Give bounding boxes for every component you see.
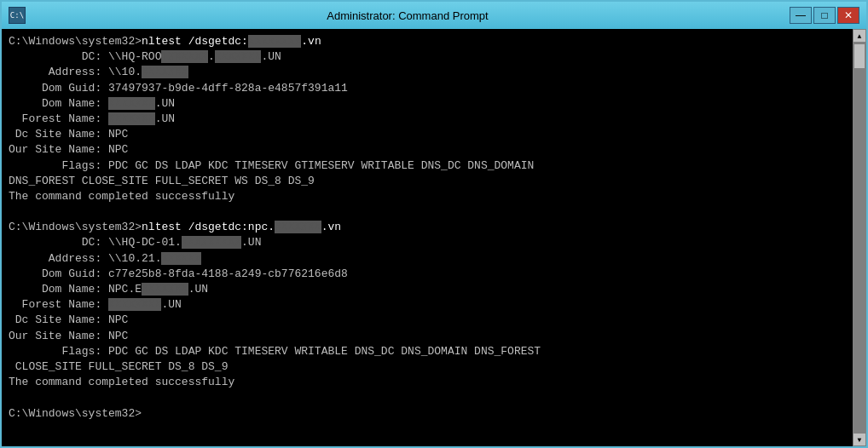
window-controls: — □ ✕ [790,7,859,24]
terminal-line-1: C:\Windows\system32>nltest /dsgetdc:xxxx… [9,35,321,48]
terminal-line-21: Flags: PDC GC DS LDAP KDC TIMESERV WRITA… [9,345,541,358]
terminal-line-6: Forest Name: XXXXXXX.UN [9,112,175,125]
terminal-line-17: Dom Name: NPC.EXXXXXXX.UN [9,283,208,296]
content-area: C:\Windows\system32>nltest /dsgetdc:xxxx… [2,29,866,446]
minimize-button[interactable]: — [790,7,812,24]
scrollbar[interactable]: ▲ ▼ [853,29,866,446]
terminal-line-16: Dom Guid: c77e25b8-8fda-4188-a249-cb7762… [9,267,348,280]
terminal-line-18: Forest Name: XXXXXXXX.UN [9,298,182,311]
cmd-window: C:\ Administrator: Command Prompt — □ ✕ … [0,0,868,448]
terminal-line-11: The command completed successfully [9,190,234,203]
terminal-line-5: Dom Name: XXXXXXX.UN [9,97,175,110]
terminal-line-22: CLOSE_SITE FULL_SECRET DS_8 DS_9 [9,360,228,373]
terminal-line-12 [9,205,15,218]
terminal-line-23: The command completed successfully [9,376,234,388]
terminal-line-20: Our Site Name: NPC [9,330,128,342]
scrollbar-thumb[interactable] [854,43,865,69]
maximize-button[interactable]: □ [813,7,836,24]
window-title: Administrator: Command Prompt [26,9,790,22]
icon-label: C:\ [10,11,24,20]
terminal-line-8: Our Site Name: NPC [9,143,128,156]
terminal-line-14: DC: \\HQ-DC-01.XXXXXXXXX.UN [9,236,261,249]
scroll-down-arrow[interactable]: ▼ [853,433,866,446]
window-icon: C:\ [9,7,26,24]
title-bar: C:\ Administrator: Command Prompt — □ ✕ [2,2,866,29]
terminal-line-24 [9,391,15,404]
scrollbar-track[interactable] [853,43,866,433]
terminal-line-4: Dom Guid: 37497937-b9de-4dff-828a-e4857f… [9,82,348,95]
terminal-output[interactable]: C:\Windows\system32>nltest /dsgetdc:xxxx… [2,29,853,446]
terminal-line-7: Dc Site Name: NPC [9,128,128,141]
terminal-line-15: Address: \\10.21.XXXXXX [9,252,201,265]
terminal-line-10: DNS_FOREST CLOSE_SITE FULL_SECRET WS DS_… [9,175,315,187]
terminal-line-9: Flags: PDC GC DS LDAP KDC TIMESERV GTIME… [9,159,534,172]
close-button[interactable]: ✕ [837,7,859,24]
terminal-line-2: DC: \\HQ-ROOTXXXXXX.XXXXXXX.UN [9,50,281,63]
terminal-line-19: Dc Site Name: NPC [9,313,128,326]
terminal-line-25: C:\Windows\system32> [9,407,142,420]
terminal-line-13: C:\Windows\system32>nltest /dsgetdc:npc.… [9,221,341,233]
scroll-up-arrow[interactable]: ▲ [853,29,866,43]
terminal-line-3: Address: \\10.XXXXXXX [9,66,188,78]
